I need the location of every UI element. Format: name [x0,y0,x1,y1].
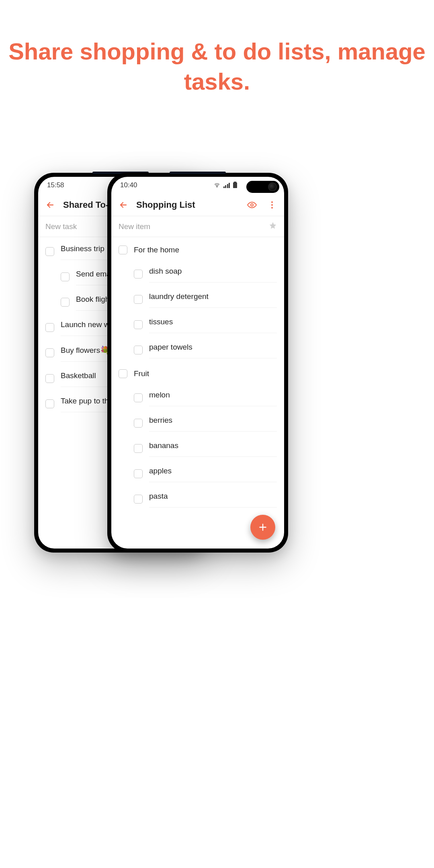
checkbox[interactable] [45,374,54,383]
status-time: 15:58 [47,181,64,189]
wifi-icon [214,182,220,188]
add-fab-button[interactable] [250,515,275,540]
signal-icon [223,182,230,188]
svg-point-3 [271,204,273,206]
back-arrow-icon[interactable] [43,198,57,212]
checkbox[interactable] [134,393,143,402]
checkbox[interactable] [119,246,127,254]
phone-screen-front: 10:40 Shopping List New item [111,177,284,549]
checkbox[interactable] [134,270,143,278]
checkbox[interactable] [134,495,143,504]
list-item[interactable]: tissues [111,312,284,337]
checkbox[interactable] [45,323,54,332]
list-item[interactable]: berries [111,410,284,436]
item-label: Fruit [134,368,277,380]
svg-point-4 [271,207,273,209]
list-group-header[interactable]: For the home [111,239,284,261]
battery-icon [233,182,237,188]
checkbox[interactable] [134,469,143,478]
checkbox[interactable] [61,298,70,307]
new-item-placeholder: New item [119,222,150,231]
checkbox[interactable] [45,247,54,256]
svg-point-1 [251,204,253,206]
list-item[interactable]: laundry detergent [111,287,284,312]
checkbox[interactable] [119,369,127,378]
list-item[interactable]: paper towels [111,337,284,362]
item-label: berries [149,414,277,432]
status-time: 10:40 [120,181,137,189]
phone-notch [170,172,226,174]
list-item[interactable]: apples [111,461,284,486]
checkbox[interactable] [61,272,70,281]
marketing-headline: Share shopping & to do lists, manage tas… [0,36,434,97]
new-task-placeholder: New task [45,222,77,231]
item-label: dish soap [149,265,277,283]
new-item-input[interactable]: New item [111,216,284,237]
item-label: laundry detergent [149,291,277,308]
page-title: Shopping List [136,200,239,210]
list-item[interactable]: pasta [111,486,284,512]
item-label: pasta [149,490,277,508]
star-icon[interactable] [269,221,277,231]
camera-cutout [246,181,279,193]
list-item[interactable]: melon [111,385,284,410]
checkbox[interactable] [45,399,54,408]
list-item[interactable]: dish soap [111,261,284,287]
checkbox[interactable] [134,419,143,428]
list-item[interactable]: bananas [111,436,284,461]
item-label: paper towels [149,341,277,358]
item-label: melon [149,389,277,406]
checkbox[interactable] [134,444,143,453]
svg-point-0 [217,186,217,187]
list-group-header[interactable]: Fruit [111,362,284,385]
visibility-icon[interactable] [245,198,259,212]
checkbox[interactable] [134,320,143,329]
checkbox[interactable] [134,295,143,304]
checkbox[interactable] [45,348,54,357]
item-label: bananas [149,440,277,457]
phone-mockup-front: 10:40 Shopping List New item [107,173,288,553]
item-label: For the home [134,244,277,256]
back-arrow-icon[interactable] [116,198,131,212]
item-label: tissues [149,316,277,333]
more-vert-icon[interactable] [265,198,279,212]
svg-point-2 [271,201,273,203]
checkbox[interactable] [134,346,143,354]
app-bar: Shopping List [111,194,284,216]
shopping-list: For the homedish soaplaundry detergentti… [111,237,284,548]
item-label: apples [149,465,277,482]
